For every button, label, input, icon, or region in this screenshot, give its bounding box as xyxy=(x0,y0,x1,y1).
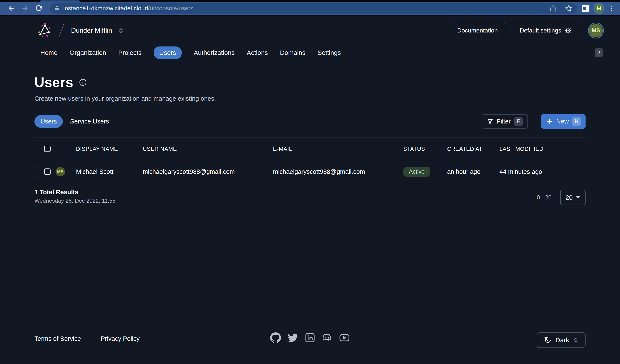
table-header-row: DISPLAY NAME USER NAME E-MAIL STATUS CRE… xyxy=(34,138,586,160)
row-checkbox[interactable] xyxy=(44,168,51,175)
main-content: Users Create new users in your organizat… xyxy=(0,61,620,304)
share-icon[interactable] xyxy=(549,5,557,12)
browser-chrome: instance1-dkmnzw.zitadel.cloud/ui/consol… xyxy=(0,0,620,16)
table-row[interactable]: MS Michael Scott michaelgaryscott988@gma… xyxy=(34,160,586,183)
browser-toolbar: instance1-dkmnzw.zitadel.cloud/ui/consol… xyxy=(0,2,620,15)
results-timestamp: Wednesday 28. Dec 2022, 11:55 xyxy=(34,197,115,204)
new-shortcut-badge: N xyxy=(572,117,581,126)
default-settings-label: Default settings xyxy=(520,27,561,34)
users-table: DISPLAY NAME USER NAME E-MAIL STATUS CRE… xyxy=(34,137,586,183)
tab-users[interactable]: Users xyxy=(34,115,63,128)
moon-icon xyxy=(544,336,552,344)
filter-funnel-icon xyxy=(487,118,494,125)
page-size-select[interactable]: 20 xyxy=(560,190,586,205)
bookmark-star-icon[interactable] xyxy=(565,4,573,12)
url-text: instance1-dkmnzw.zitadel.cloud/ui/consol… xyxy=(63,5,193,12)
nav-item-home[interactable]: Home xyxy=(40,46,58,59)
nav-item-projects[interactable]: Projects xyxy=(118,46,141,59)
tab-service-users[interactable]: Service Users xyxy=(70,115,109,128)
zitadel-logo[interactable] xyxy=(37,22,53,39)
linkedin-icon[interactable] xyxy=(305,332,315,343)
back-button[interactable] xyxy=(5,3,17,14)
column-user-name: USER NAME xyxy=(143,146,273,152)
cell-user-name: michaelgaryscott988@gmail.com xyxy=(143,168,273,175)
gear-icon xyxy=(565,27,572,34)
cell-created-at: an hour ago xyxy=(447,168,499,175)
cell-display-name: Michael Scott xyxy=(76,168,113,175)
filter-label: Filter xyxy=(497,118,511,125)
chevron-down-icon xyxy=(576,196,580,199)
filter-button[interactable]: Filter F xyxy=(482,114,528,129)
discord-icon[interactable] xyxy=(322,332,333,343)
theme-select[interactable]: Dark xyxy=(537,332,586,348)
documentation-label: Documentation xyxy=(457,27,498,34)
terms-of-service-link[interactable]: Terms of Service xyxy=(34,335,81,342)
select-all-checkbox[interactable] xyxy=(44,146,51,152)
row-avatar: MS xyxy=(56,167,65,176)
main-nav: Home Organization Projects Users Authori… xyxy=(0,45,620,61)
info-icon[interactable] xyxy=(79,78,87,87)
browser-tab-strip xyxy=(0,0,620,2)
reload-button[interactable] xyxy=(33,3,45,14)
status-badge: Active xyxy=(403,167,430,177)
forward-arrow-icon xyxy=(21,5,29,12)
nav-item-authorizations[interactable]: Authorizations xyxy=(194,46,235,59)
cell-last-modified: 44 minutes ago xyxy=(499,168,586,175)
pagination: 1 Total Results Wednesday 28. Dec 2022, … xyxy=(34,189,586,205)
chrome-divider xyxy=(0,15,620,16)
column-last-modified: LAST MODIFIED xyxy=(499,146,586,152)
nav-item-actions[interactable]: Actions xyxy=(247,46,268,59)
documentation-button[interactable]: Documentation xyxy=(450,23,505,38)
back-arrow-icon xyxy=(8,5,15,12)
nav-item-domains[interactable]: Domains xyxy=(280,46,305,59)
breadcrumb-slash xyxy=(59,24,64,37)
plus-icon xyxy=(546,118,553,125)
nav-item-organization[interactable]: Organization xyxy=(70,46,106,59)
page-description: Create new users in your organization an… xyxy=(34,95,586,102)
page-title: Users xyxy=(34,75,73,90)
page-size-value: 20 xyxy=(566,194,573,201)
youtube-icon[interactable] xyxy=(339,332,350,343)
url-domain: instance1-dkmnzw.zitadel.cloud xyxy=(63,5,148,12)
footer: Terms of Service Privacy Policy Dark xyxy=(0,304,620,364)
page-range: 0 - 20 xyxy=(537,194,552,201)
theme-label: Dark xyxy=(556,336,569,344)
nav-item-users[interactable]: Users xyxy=(154,46,182,59)
column-email: E-MAIL xyxy=(273,146,403,152)
cell-email: michaelgaryscott988@gmail.com xyxy=(273,168,403,175)
new-button[interactable]: New N xyxy=(541,114,586,129)
browser-menu-icon[interactable] xyxy=(608,5,615,12)
column-status: STATUS xyxy=(403,146,447,152)
org-switcher-icon[interactable] xyxy=(118,27,124,34)
column-created-at: CREATED AT xyxy=(447,146,499,152)
privacy-policy-link[interactable]: Privacy Policy xyxy=(101,335,140,342)
total-results: 1 Total Results xyxy=(34,189,115,196)
org-name: Dunder Mifflin xyxy=(71,27,112,34)
reload-icon xyxy=(35,5,42,12)
browser-profile-avatar[interactable]: M xyxy=(595,4,603,13)
filter-shortcut-badge: F xyxy=(514,117,523,126)
new-label: New xyxy=(556,118,569,125)
twitter-icon[interactable] xyxy=(287,332,298,343)
column-display-name: DISPLAY NAME xyxy=(55,146,143,152)
app-header: Dunder Mifflin Documentation Default set… xyxy=(0,16,620,61)
nav-item-settings[interactable]: Settings xyxy=(318,46,341,59)
default-settings-button[interactable]: Default settings xyxy=(512,23,579,38)
forward-button[interactable] xyxy=(19,3,31,14)
github-icon[interactable] xyxy=(270,332,281,343)
url-path: /ui/console/users xyxy=(148,5,193,12)
url-bar[interactable]: instance1-dkmnzw.zitadel.cloud/ui/consol… xyxy=(49,3,577,14)
help-button[interactable]: ? xyxy=(595,48,603,57)
side-panel-icon[interactable] xyxy=(582,5,589,12)
lock-icon xyxy=(54,6,60,11)
browser-active-tab[interactable] xyxy=(40,0,80,2)
user-avatar[interactable]: MS xyxy=(589,24,603,37)
theme-unfold-icon xyxy=(573,337,579,343)
social-links xyxy=(270,332,350,343)
